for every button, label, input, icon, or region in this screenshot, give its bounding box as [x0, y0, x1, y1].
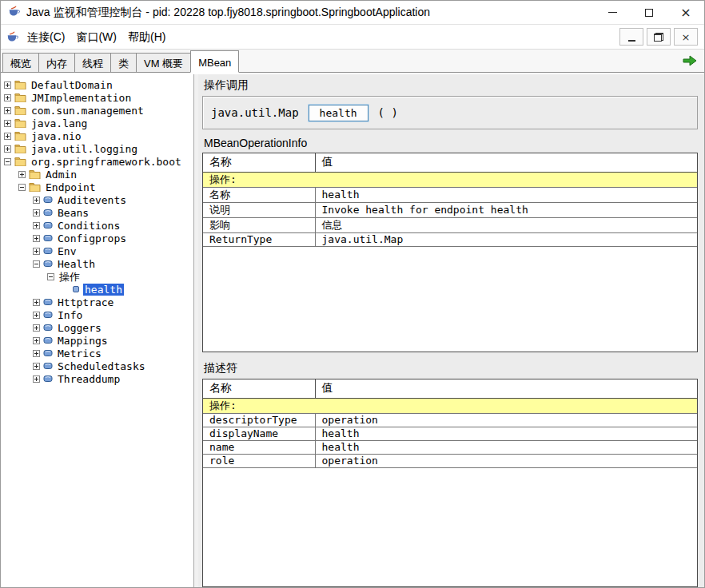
tree-item-label[interactable]: Httptrace	[56, 296, 115, 308]
expand-icon[interactable]	[4, 145, 11, 153]
expand-icon[interactable]	[33, 363, 40, 370]
tree-item[interactable]: Conditions	[1, 219, 193, 232]
tree-item[interactable]: org.springframework.boot	[1, 155, 193, 168]
tree-item[interactable]: com.sun.management	[1, 104, 193, 117]
expand-icon[interactable]	[4, 120, 11, 127]
tree-item[interactable]: Admin	[1, 168, 193, 181]
cell-name[interactable]: role	[203, 454, 315, 467]
maximize-button[interactable]	[631, 1, 667, 24]
tree-item-label[interactable]: Conditions	[56, 220, 121, 232]
menu-item[interactable]: 窗口(W)	[70, 28, 122, 46]
expand-icon[interactable]	[33, 248, 40, 255]
tree-item-label[interactable]: Metrics	[56, 348, 103, 360]
cell-name[interactable]: descriptorType	[203, 413, 315, 427]
collapse-icon[interactable]	[33, 260, 40, 268]
collapse-icon[interactable]	[47, 273, 54, 280]
tree-item[interactable]: java.nio	[1, 129, 193, 142]
tree-item[interactable]: Scheduledtasks	[1, 360, 193, 372]
cell-value[interactable]: health	[315, 440, 697, 454]
expand-icon[interactable]	[33, 235, 40, 242]
cell-name[interactable]: name	[203, 440, 315, 454]
tree-item-label[interactable]: 操作	[58, 271, 82, 283]
tree-item-label[interactable]: java.nio	[30, 130, 83, 142]
frame-restore-button[interactable]	[647, 28, 671, 46]
tree-item[interactable]: Loggers	[1, 321, 193, 334]
tree-item-label[interactable]: Threaddump	[56, 373, 121, 385]
tree-item-label[interactable]: DefaultDomain	[30, 79, 114, 91]
tree-item-label[interactable]: Health	[56, 258, 97, 270]
tree-item-label[interactable]: Info	[56, 309, 84, 321]
group-row-label[interactable]: 操作:	[203, 398, 697, 413]
tree-item-label[interactable]: Endpoint	[44, 181, 98, 193]
tree-item-label[interactable]: Env	[56, 245, 78, 257]
column-header-name[interactable]: 名称	[203, 153, 315, 172]
cell-name[interactable]: ReturnType	[203, 232, 315, 246]
tree-item[interactable]: java.util.logging	[1, 142, 193, 155]
tab-概览[interactable]: 概览	[2, 53, 39, 72]
cell-value[interactable]: 信息	[315, 217, 697, 232]
tree-item-label[interactable]: Configprops	[56, 232, 128, 244]
menu-item[interactable]: 连接(C)	[22, 28, 70, 46]
tree-item-label[interactable]: java.util.logging	[30, 143, 139, 155]
tree-item-label[interactable]: Scheduledtasks	[56, 360, 147, 372]
tree-item-label[interactable]: Admin	[44, 169, 78, 181]
tree-item[interactable]: Beans	[1, 206, 193, 219]
cell-name[interactable]: 影响	[203, 217, 315, 232]
cell-value[interactable]: health	[315, 187, 697, 202]
collapse-icon[interactable]	[4, 158, 11, 165]
tree-item[interactable]: Mappings	[1, 334, 193, 347]
tree-item[interactable]: Metrics	[1, 347, 193, 360]
expand-icon[interactable]	[4, 133, 11, 140]
cell-value[interactable]: java.util.Map	[315, 232, 697, 246]
tree-item-label[interactable]: Beans	[56, 207, 90, 219]
tree-item[interactable]: Env	[1, 244, 193, 257]
tree-item[interactable]: Health	[1, 257, 193, 270]
frame-minimize-button[interactable]	[619, 28, 643, 46]
tree-item[interactable]: Httptrace	[1, 296, 193, 308]
expand-icon[interactable]	[33, 375, 40, 383]
frame-close-button[interactable]: ×	[674, 28, 698, 46]
tab-VM 概要[interactable]: VM 概要	[136, 53, 191, 72]
tree-item-label[interactable]: com.sun.management	[30, 105, 145, 117]
tree-item[interactable]: Auditevents	[1, 193, 193, 206]
column-header-value[interactable]: 值	[315, 379, 697, 398]
cell-name[interactable]: 说明	[203, 202, 315, 217]
tab-MBean[interactable]: MBean	[190, 50, 239, 73]
menu-item[interactable]: 帮助(H)	[122, 28, 171, 46]
tree-item-label[interactable]: JMImplementation	[30, 92, 133, 104]
cell-value[interactable]: Invoke health for endpoint health	[315, 202, 697, 217]
tree-item[interactable]: health	[1, 283, 193, 296]
tree-item-label[interactable]: Loggers	[56, 322, 103, 334]
expand-icon[interactable]	[4, 94, 11, 101]
cell-value[interactable]: operation	[315, 413, 697, 427]
expand-icon[interactable]	[33, 197, 40, 204]
tree-item[interactable]: Info	[1, 308, 193, 321]
tree-item[interactable]: Threaddump	[1, 372, 193, 385]
tree-item-label[interactable]: Auditevents	[56, 194, 128, 206]
expand-icon[interactable]	[33, 350, 40, 357]
tree-item-label[interactable]: Mappings	[56, 335, 110, 347]
expand-icon[interactable]	[33, 324, 40, 332]
tree-item-label[interactable]: health	[83, 284, 124, 296]
expand-icon[interactable]	[4, 107, 11, 114]
expand-icon[interactable]	[33, 312, 40, 319]
expand-icon[interactable]	[33, 222, 40, 229]
group-row-label[interactable]: 操作:	[203, 172, 697, 187]
column-header-value[interactable]: 值	[315, 153, 697, 172]
expand-icon[interactable]	[33, 299, 40, 306]
tree-item[interactable]: Endpoint	[1, 181, 193, 193]
close-button[interactable]: ×	[667, 1, 704, 24]
cell-name[interactable]: 名称	[203, 187, 315, 202]
tree-item[interactable]: JMImplementation	[1, 91, 193, 104]
column-header-name[interactable]: 名称	[203, 379, 315, 398]
tree-item[interactable]: Configprops	[1, 232, 193, 244]
tree-item[interactable]: DefaultDomain	[1, 78, 193, 91]
expand-icon[interactable]	[4, 81, 11, 89]
tree-item-label[interactable]: org.springframework.boot	[30, 156, 183, 168]
cell-value[interactable]: operation	[315, 454, 697, 467]
expand-icon[interactable]	[33, 337, 40, 344]
tab-类[interactable]: 类	[110, 53, 137, 72]
cell-value[interactable]: health	[315, 427, 697, 440]
expand-icon[interactable]	[33, 209, 40, 217]
tab-内存[interactable]: 内存	[38, 53, 75, 72]
